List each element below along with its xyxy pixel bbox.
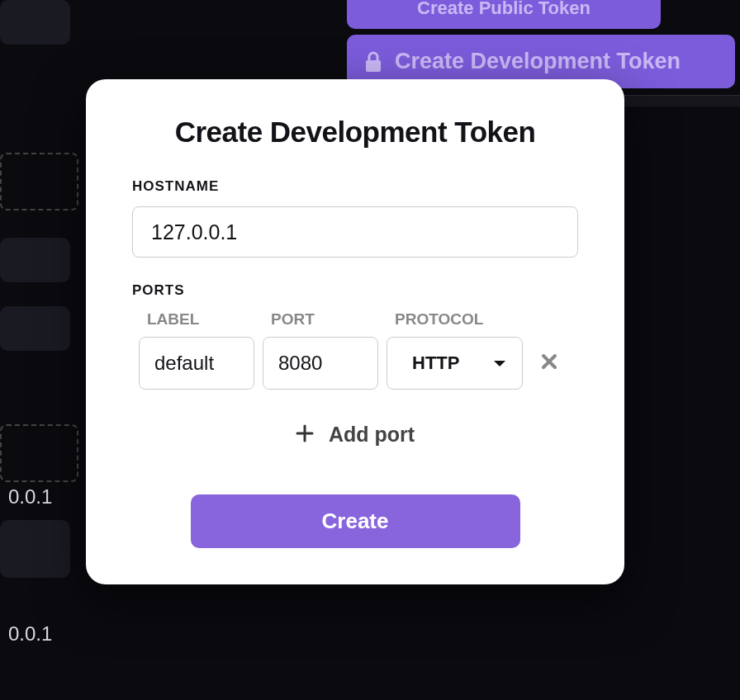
ports-section: PORTS LABEL PORT PROTOCOL HTTP [132,282,578,447]
button-label: Create Development Token [395,49,681,74]
svg-rect-0 [366,60,381,72]
ports-column-headers: LABEL PORT PROTOCOL [132,310,578,329]
hostname-input[interactable] [132,206,578,258]
lock-icon [363,50,383,73]
ports-label: PORTS [132,282,578,299]
column-label-header: LABEL [147,310,263,329]
column-port-header: PORT [271,310,387,329]
port-number-input[interactable] [263,337,378,390]
sidebar-card[interactable]: 0.0.1 [0,238,70,282]
hostname-field: HOSTNAME [132,178,578,258]
create-public-token-button[interactable]: Create Public Token [347,0,661,29]
plus-icon [296,424,314,446]
create-button[interactable]: Create [191,494,520,548]
sidebar-card[interactable]: 0.0.1 [0,306,70,351]
protocol-value: HTTP [412,352,459,374]
create-token-modal: Create Development Token HOSTNAME PORTS … [86,79,624,584]
sidebar-card[interactable] [0,520,70,578]
remove-port-button[interactable] [539,352,559,375]
column-protocol-header: PROTOCOL [395,310,527,329]
add-port-button[interactable]: Add port [132,423,578,447]
sidebar-card [0,0,70,45]
ip-fragment: 0.0.1 [8,485,52,508]
create-button-label: Create [322,508,389,533]
button-label: Create Public Token [417,0,591,19]
port-label-input[interactable] [139,337,254,390]
port-row: HTTP [132,337,578,390]
ip-fragment: 0.0.1 [8,622,52,646]
hostname-label: HOSTNAME [132,178,578,195]
dashed-slot [0,153,78,210]
chevron-down-icon [492,352,507,374]
dashed-slot [0,424,78,482]
protocol-select[interactable]: HTTP [387,337,523,390]
add-port-label: Add port [329,423,415,447]
modal-title: Create Development Token [132,116,578,149]
